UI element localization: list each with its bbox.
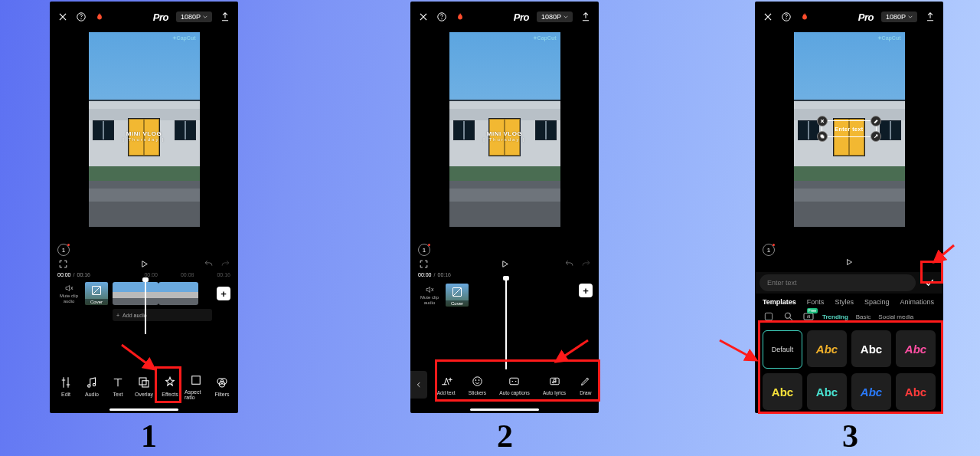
mute-clip-audio[interactable]: Mute clip audio xyxy=(418,285,441,305)
playhead[interactable] xyxy=(145,279,146,334)
vlog-text: MiNi VLOG | Thursday | xyxy=(89,130,200,142)
copy-handle[interactable] xyxy=(817,131,828,142)
pro-badge[interactable]: Pro xyxy=(858,11,874,23)
template-item[interactable]: Abc xyxy=(851,373,891,410)
template-default[interactable]: Default xyxy=(763,330,802,369)
close-icon[interactable] xyxy=(418,11,429,22)
mute-clip-audio[interactable]: Mute clip audio xyxy=(57,284,80,303)
ai-icon[interactable]: AI Free xyxy=(802,310,815,323)
text-submenu: Add text Stickers Auto captions Auto lyr… xyxy=(410,364,599,405)
play-icon[interactable] xyxy=(844,257,854,267)
timeline[interactable]: Mute clip audio Cover + +Add audio xyxy=(50,279,238,334)
template-item[interactable]: Abc xyxy=(896,330,936,367)
flame-icon[interactable] xyxy=(455,11,466,22)
tab-styles[interactable]: Styles xyxy=(835,298,854,306)
filter-social[interactable]: Social media xyxy=(878,313,913,320)
export-icon[interactable] xyxy=(220,11,230,22)
text-input-row: Enter text xyxy=(755,272,943,294)
delete-handle[interactable] xyxy=(817,116,828,126)
stickers-button[interactable]: Stickers xyxy=(469,375,486,395)
tab-animations[interactable]: Animations xyxy=(900,298,934,306)
auto-lyrics-button[interactable]: Auto lyrics xyxy=(543,375,566,395)
text-input[interactable]: Enter text xyxy=(760,274,916,291)
scale-handle[interactable] xyxy=(871,131,881,142)
cover-button[interactable]: Cover xyxy=(85,282,108,305)
clips[interactable] xyxy=(113,282,212,305)
favorites-icon[interactable] xyxy=(763,310,775,323)
flame-icon[interactable] xyxy=(94,11,105,22)
help-icon[interactable] xyxy=(76,11,87,22)
draw-button[interactable]: Draw xyxy=(579,375,592,395)
search-icon[interactable] xyxy=(782,310,795,323)
text-content: Enter text xyxy=(822,121,876,136)
export-icon[interactable] xyxy=(925,11,936,22)
step-number: 1 xyxy=(141,418,157,454)
export-icon[interactable] xyxy=(580,11,591,22)
effects-button[interactable]: Effects xyxy=(158,376,181,397)
template-item[interactable]: Abc xyxy=(807,330,847,367)
svg-rect-5 xyxy=(142,381,149,387)
svg-point-14 xyxy=(479,379,479,380)
tab-templates[interactable]: Templates xyxy=(763,298,796,306)
audio-button[interactable]: Audio xyxy=(80,376,103,397)
edit-button[interactable]: Edit xyxy=(54,376,77,397)
aspect-ratio-button[interactable]: Aspect ratio xyxy=(185,373,207,400)
playhead[interactable] xyxy=(505,277,507,369)
video-frame[interactable]: CapCut MiNi VLOG | Thursday | xyxy=(89,32,200,227)
back-button[interactable] xyxy=(410,371,427,399)
undo-icon[interactable] xyxy=(203,258,214,269)
confirm-button[interactable] xyxy=(920,274,939,292)
template-item[interactable]: Abc xyxy=(763,373,802,410)
filter-basic[interactable]: Basic xyxy=(856,313,871,320)
add-clip-button[interactable]: + xyxy=(579,284,593,297)
filter-trending[interactable]: Trending xyxy=(822,313,848,320)
clip-2[interactable] xyxy=(158,282,198,305)
close-icon[interactable] xyxy=(57,11,68,22)
filters-button[interactable]: Filters xyxy=(211,376,234,397)
flame-icon[interactable] xyxy=(799,11,810,22)
svg-rect-6 xyxy=(192,376,201,384)
resolution-button[interactable]: 1080P xyxy=(176,11,212,22)
text-selection-box[interactable]: Enter text xyxy=(822,120,877,137)
template-item[interactable]: Abc xyxy=(851,330,891,367)
overlay-button[interactable]: Overlay xyxy=(132,376,155,397)
edit-handle[interactable] xyxy=(871,116,881,126)
add-text-button[interactable]: Add text xyxy=(437,375,456,395)
add-clip-button[interactable]: + xyxy=(217,287,230,300)
time-total: 00:16 xyxy=(77,272,90,277)
play-icon[interactable] xyxy=(499,258,510,269)
svg-point-18 xyxy=(554,381,556,382)
pro-badge[interactable]: Pro xyxy=(514,11,529,23)
layer-count[interactable]: 1 xyxy=(763,244,775,256)
template-item[interactable]: Abc xyxy=(807,373,847,410)
fullscreen-icon[interactable] xyxy=(418,258,429,269)
template-item[interactable]: Abc xyxy=(896,373,936,410)
pro-badge[interactable]: Pro xyxy=(153,11,168,23)
tab-fonts[interactable]: Fonts xyxy=(807,298,825,306)
add-audio-button[interactable]: +Add audio xyxy=(113,309,212,321)
layer-count[interactable]: 1 xyxy=(57,244,70,256)
text-tabs: Templates Fonts Styles Spacing Animation… xyxy=(755,294,943,309)
undo-icon[interactable] xyxy=(564,258,574,269)
home-indicator xyxy=(470,408,539,411)
close-icon[interactable] xyxy=(763,11,773,22)
timeline[interactable]: Mute clip audio Cover + xyxy=(410,279,599,313)
layer-count[interactable]: 1 xyxy=(418,244,430,256)
play-icon[interactable] xyxy=(139,258,149,269)
help-icon[interactable] xyxy=(436,11,447,22)
cover-button[interactable]: Cover xyxy=(446,284,469,307)
redo-icon[interactable] xyxy=(580,258,591,269)
svg-point-24 xyxy=(785,313,790,318)
text-button[interactable]: Text xyxy=(106,376,129,397)
video-frame[interactable]: CapCut Enter text xyxy=(794,32,905,227)
tab-spacing[interactable]: Spacing xyxy=(864,298,890,306)
fullscreen-icon[interactable] xyxy=(57,258,68,269)
help-icon[interactable] xyxy=(781,11,792,22)
auto-captions-button[interactable]: Auto captions xyxy=(499,375,529,395)
redo-icon[interactable] xyxy=(220,258,230,269)
clip-1[interactable] xyxy=(113,282,158,305)
video-frame[interactable]: CapCut MiNi VLOG| Thursday | xyxy=(449,32,560,227)
resolution-button[interactable]: 1080P xyxy=(881,11,917,22)
resolution-button[interactable]: 1080P xyxy=(537,11,573,22)
phone-screen-1: Pro 1080P CapCut MiNi VLOG | Thursday | … xyxy=(50,2,238,413)
